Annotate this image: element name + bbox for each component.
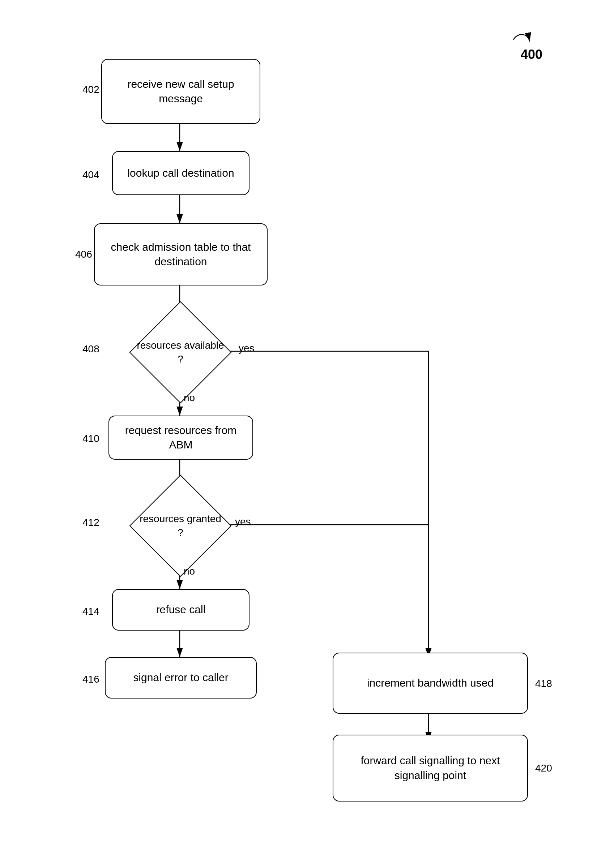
box-414: refuse call: [112, 589, 250, 631]
box-410: request resources from ABM: [109, 415, 253, 460]
label-412: 412: [82, 517, 99, 528]
label-402: 402: [82, 84, 99, 95]
box-404: lookup call destination: [112, 151, 250, 195]
label-416: 416: [82, 674, 99, 685]
flowchart-diagram: receive new call setup message 402 looku…: [0, 0, 610, 868]
label-420: 420: [535, 763, 552, 774]
box-404-text: lookup call destination: [127, 166, 234, 181]
box-420-text: forward call signalling to next signalli…: [340, 753, 521, 783]
diamond-408-wrapper: resources available ?: [136, 315, 225, 390]
box-418-text: increment bandwidth used: [367, 676, 494, 691]
no-label-408: no: [184, 392, 195, 404]
box-402-text: receive new call setup message: [109, 77, 253, 106]
box-406-text: check admission table to that destinatio…: [101, 240, 260, 269]
diamond-412-wrapper: resources granted ?: [136, 488, 225, 564]
diamond-412-text: resources granted ?: [136, 512, 225, 539]
box-414-text: refuse call: [156, 602, 206, 617]
box-416: signal error to caller: [105, 657, 257, 699]
figure-number: 400: [521, 47, 542, 62]
label-404: 404: [82, 169, 99, 181]
box-402: receive new call setup message: [101, 59, 260, 124]
box-406: check admission table to that destinatio…: [94, 223, 268, 285]
label-418: 418: [535, 678, 552, 690]
box-410-text: request resources from ABM: [116, 423, 246, 453]
label-408: 408: [82, 343, 99, 355]
box-418: increment bandwidth used: [333, 653, 528, 714]
box-416-text: signal error to caller: [133, 670, 228, 685]
no-label-412: no: [184, 566, 195, 577]
label-414: 414: [82, 606, 99, 617]
label-410: 410: [82, 433, 99, 445]
yes-label-408: yes: [239, 343, 255, 354]
diamond-408-text: resources available ?: [136, 339, 225, 366]
box-420: forward call signalling to next signalli…: [333, 735, 528, 801]
label-406: 406: [75, 249, 92, 260]
yes-label-412: yes: [235, 516, 251, 528]
